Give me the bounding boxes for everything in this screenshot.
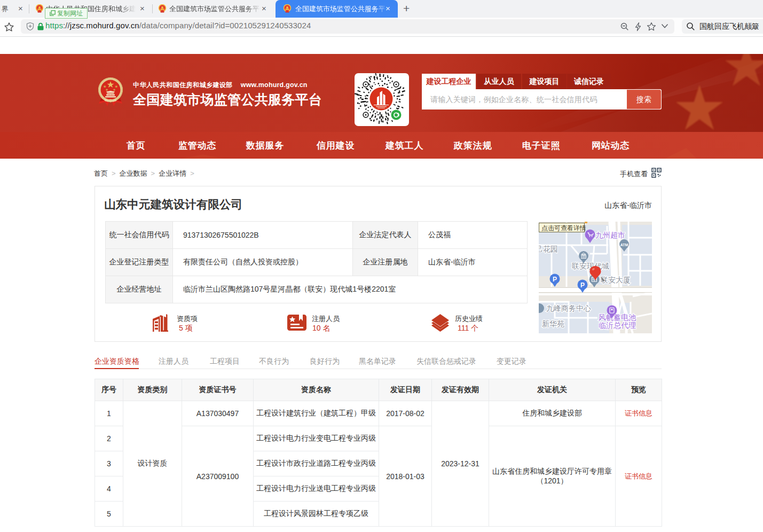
svg-text:P: P	[553, 276, 557, 283]
svg-text:ATM: ATM	[620, 243, 628, 247]
svg-text:风帆蓄电池: 风帆蓄电池	[599, 313, 636, 322]
svg-text:P: P	[580, 281, 585, 289]
svg-text:临沂总代理: 临沂总代理	[599, 321, 636, 330]
svg-text:己花园: 己花园	[539, 245, 558, 253]
svg-text:点击可查看详情: 点击可查看详情	[541, 224, 586, 232]
svg-text:九峰商务中心: 九峰商务中心	[546, 304, 591, 312]
svg-text:联安大厦: 联安大厦	[601, 276, 631, 284]
svg-text:九州超市: 九州超市	[595, 231, 625, 239]
svg-text:新华苑: 新华苑	[542, 319, 564, 328]
